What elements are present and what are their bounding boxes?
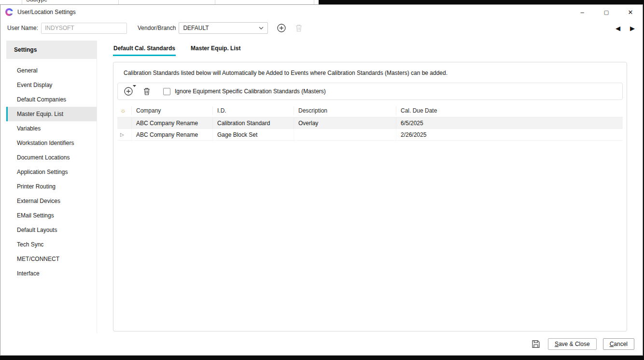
trash-icon <box>143 87 151 96</box>
next-record-button[interactable]: ▶ <box>630 25 635 32</box>
plus-circle-icon <box>124 86 133 96</box>
sidebar-item-general[interactable]: General <box>6 63 97 78</box>
background-app-strip: Subtype <box>0 0 319 4</box>
save-floppy-icon <box>532 340 540 348</box>
background-column-header: Subtype <box>22 0 119 4</box>
record-navigation: ◀ ▶ <box>616 25 635 32</box>
previous-record-button[interactable]: ◀ <box>616 25 620 32</box>
user-name-label: User Name: <box>7 25 38 31</box>
add-button[interactable] <box>277 23 286 33</box>
table-row[interactable]: ABC Company Rename Calibration Standard … <box>117 117 623 129</box>
window-controls: – ▢ ✕ <box>570 5 643 19</box>
cancel-button[interactable]: Cancel <box>603 338 634 350</box>
main-content: Default Cal. Standards Master Equip. Lis… <box>97 41 643 333</box>
tab-bar: Default Cal. Standards Master Equip. Lis… <box>113 42 627 56</box>
cell-cal-due-date: 2/26/2025 <box>396 129 623 140</box>
user-name-input[interactable] <box>41 23 127 34</box>
panel-description: Calibration Standards listed below will … <box>117 62 623 83</box>
cancel-accel: C <box>610 341 614 347</box>
save-and-close-accel: S <box>555 341 559 347</box>
expand-row-icon[interactable]: ▷ <box>120 132 124 137</box>
table-header-row: ☼ Company I.D. Description Cal. Due Date <box>117 104 623 117</box>
tab-default-cal-standards[interactable]: Default Cal. Standards <box>113 42 176 56</box>
save-button[interactable] <box>532 340 540 348</box>
minimize-button[interactable]: – <box>570 5 594 19</box>
background-column-label: Subtype <box>26 0 47 3</box>
ignore-equipment-checkbox[interactable] <box>163 88 170 95</box>
sidebar-header: Settings <box>6 41 97 59</box>
sidebar-item-variables[interactable]: Variables <box>6 121 97 136</box>
sidebar-item-master-equip-list[interactable]: Master Equip. List <box>6 107 97 121</box>
trash-icon <box>295 24 303 32</box>
cell-id: Calibration Standard <box>213 117 294 129</box>
cancel-label: ancel <box>614 341 628 347</box>
sidebar-item-printer-routing[interactable]: Printer Routing <box>6 179 97 194</box>
delete-standard-button[interactable] <box>143 87 151 96</box>
window-title: User/Location Settings <box>17 9 76 15</box>
plus-circle-icon <box>277 23 286 33</box>
sidebar-item-met-connect[interactable]: MET/CONNECT <box>6 252 97 266</box>
chevron-down-icon <box>259 27 264 29</box>
column-header-id[interactable]: I.D. <box>213 106 294 115</box>
sidebar-item-event-display[interactable]: Event Display <box>6 78 97 92</box>
background-cell <box>215 0 314 4</box>
cell-id: Gage Block Set <box>213 129 294 140</box>
user-location-settings-window: User/Location Settings – ▢ ✕ User Name: … <box>0 4 643 356</box>
vendor-branch-label: Vendor/Branch <box>138 25 176 31</box>
sidebar-item-default-layouts[interactable]: Default Layouts <box>6 223 97 237</box>
column-header-description[interactable]: Description <box>294 106 396 115</box>
sidebar-item-tech-sync[interactable]: Tech Sync <box>6 237 97 252</box>
cal-standards-panel: Calibration Standards listed below will … <box>113 62 627 331</box>
sidebar-item-workstation-identifiers[interactable]: Workstation Identifiers <box>6 136 97 150</box>
app-logo-icon <box>5 8 13 16</box>
titlebar: User/Location Settings – ▢ ✕ <box>0 5 643 19</box>
close-button[interactable]: ✕ <box>618 5 643 19</box>
vendor-branch-select[interactable]: DEFAULT <box>179 22 268 34</box>
cell-description: Overlay <box>294 117 396 129</box>
save-and-close-button[interactable]: Save & Close <box>548 338 597 350</box>
save-and-close-label: ave & Close <box>559 341 590 347</box>
settings-sidebar: Settings General Event Display Default C… <box>6 41 97 333</box>
delete-button[interactable] <box>295 24 303 32</box>
background-cell <box>119 0 215 4</box>
row-expander-cell: ▷ <box>117 129 132 140</box>
sun-icon: ☼ <box>120 107 126 114</box>
column-header-company[interactable]: Company <box>132 106 213 115</box>
add-standard-button[interactable] <box>124 86 133 96</box>
tab-master-equip-list[interactable]: Master Equip. List <box>190 42 241 56</box>
caret-down-icon <box>133 85 136 87</box>
sidebar-item-application-settings[interactable]: Application Settings <box>6 165 97 179</box>
sidebar-item-document-locations[interactable]: Document Locations <box>6 150 97 165</box>
sidebar-item-external-devices[interactable]: External Devices <box>6 194 97 208</box>
sidebar-item-email-settings[interactable]: EMail Settings <box>6 208 97 223</box>
cell-company: ABC Company Rename <box>132 129 213 140</box>
window-body: Settings General Event Display Default C… <box>0 37 643 333</box>
column-header-cal-due-date[interactable]: Cal. Due Date <box>396 106 623 115</box>
ignore-equipment-checkbox-label: Ignore Equipment Specific Calibration St… <box>175 88 326 95</box>
maximize-button[interactable]: ▢ <box>594 5 618 19</box>
footer-bar: Save & Close Cancel <box>0 333 643 355</box>
top-toolbar: User Name: Vendor/Branch DEFAULT ◀ ▶ <box>0 19 643 37</box>
panel-toolbar: Ignore Equipment Specific Calibration St… <box>117 83 623 100</box>
cell-company: ABC Company Rename <box>132 117 213 129</box>
cell-cal-due-date: 6/5/2025 <box>396 117 623 129</box>
sidebar-item-default-companies[interactable]: Default Companies <box>6 92 97 107</box>
standards-table: ☼ Company I.D. Description Cal. Due Date… <box>117 104 623 141</box>
table-header-icon-cell: ☼ <box>117 106 132 115</box>
row-expander-cell <box>117 117 132 129</box>
background-cell <box>0 0 22 4</box>
table-row[interactable]: ▷ ABC Company Rename Gage Block Set 2/26… <box>117 129 623 141</box>
cell-description <box>294 129 396 140</box>
sidebar-item-interface[interactable]: Interface <box>6 266 97 281</box>
vendor-branch-value: DEFAULT <box>183 25 209 31</box>
